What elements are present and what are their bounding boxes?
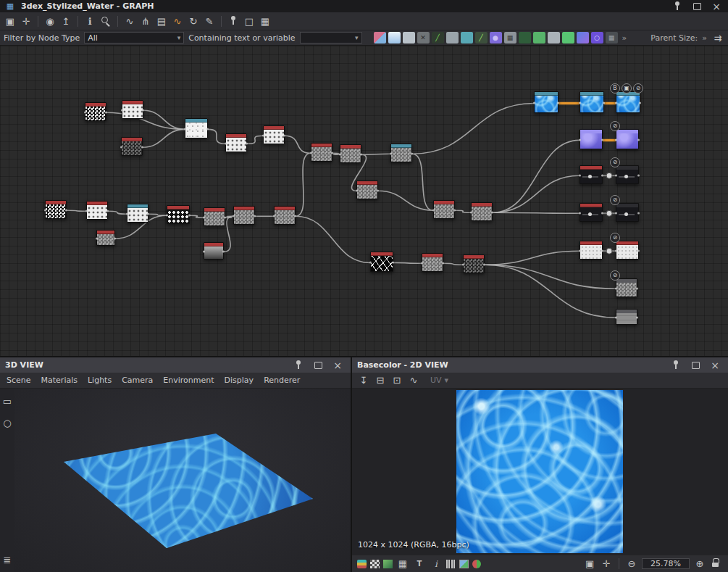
zoom-level[interactable]: 25.78% (642, 558, 690, 569)
graph-node-n20[interactable] (433, 200, 455, 219)
pattern-grid-filter-icon[interactable]: ▦ (606, 32, 618, 43)
instance-io-icon[interactable]: ⇉ (711, 31, 724, 44)
scene-tree-icon[interactable]: ≣ (1, 553, 14, 566)
graph-node-n12[interactable] (127, 204, 148, 223)
node-type-dropdown[interactable]: All ▾ (84, 32, 184, 43)
loop-icon[interactable]: ↻ (187, 14, 200, 28)
grid-snap-icon[interactable]: ▦ (259, 14, 272, 28)
menu-lights[interactable]: Lights (88, 376, 112, 385)
maximize-icon[interactable] (689, 359, 702, 372)
menu-camera[interactable]: Camera (122, 376, 153, 385)
vegetation-filter-icon[interactable] (519, 32, 531, 43)
display-settings-icon[interactable]: ▭ (1, 394, 14, 407)
info-icon[interactable]: i (430, 558, 443, 571)
preview-image-icon[interactable] (459, 560, 469, 568)
sharpen-filter-icon[interactable] (446, 32, 459, 43)
light-icon[interactable]: ○ (1, 416, 14, 429)
graph-node-n11[interactable] (86, 201, 108, 220)
duplicate-icon[interactable]: ⊡ (390, 374, 403, 387)
graph-node-n30[interactable] (580, 165, 603, 184)
node-output-badge[interactable]: ⊘ (610, 195, 620, 205)
text-variable-dropdown[interactable]: ▾ (300, 32, 362, 43)
uniform-color-filter-icon[interactable] (577, 32, 589, 43)
histogram-icon[interactable] (446, 560, 456, 568)
active-link-icon[interactable]: ∿ (171, 14, 184, 28)
pin-icon[interactable] (292, 359, 305, 372)
colorspace-icon[interactable] (472, 560, 481, 568)
link-output-icon[interactable]: ∿ (407, 374, 420, 387)
tiling-icon[interactable]: T (413, 558, 426, 571)
node-output-badge[interactable]: ⊘ (610, 121, 620, 131)
maximize-icon[interactable] (690, 0, 703, 13)
pan-2d-icon[interactable]: ✛ (600, 558, 613, 571)
graph-node-n15[interactable] (233, 206, 255, 225)
link-style-icon[interactable]: ∿ (123, 14, 136, 28)
fit-view-icon[interactable]: ▣ (583, 558, 596, 571)
screenshot-icon[interactable]: ◉ (43, 14, 57, 28)
lock-zoom-icon[interactable] (710, 558, 723, 571)
graph-node-n29[interactable] (616, 129, 639, 149)
vector-filter-icon[interactable] (388, 32, 401, 43)
channels-icon[interactable] (357, 560, 367, 568)
clouds-filter-icon[interactable] (548, 32, 560, 43)
material-preview-icon[interactable] (383, 560, 393, 568)
graph-node-n13[interactable] (167, 205, 190, 224)
menu-materials[interactable]: Materials (41, 376, 78, 385)
marquee-select-icon[interactable]: ▣ (4, 14, 17, 28)
align-panels-icon[interactable]: ▤ (155, 14, 168, 28)
export-icon[interactable]: ↥ (59, 14, 72, 28)
graph-node-n23[interactable] (422, 253, 443, 272)
view2d-canvas[interactable]: 1024 x 1024 (RGBA, 16bpc) (352, 389, 728, 555)
node-output-badge[interactable]: ⊘ (610, 157, 620, 167)
menu-renderer[interactable]: Renderer (264, 376, 300, 385)
graph-node-n6[interactable] (263, 125, 285, 144)
graph-node-n21[interactable] (471, 202, 493, 221)
split-link-icon[interactable]: ⋔ (139, 14, 152, 28)
curve-filter-icon[interactable]: ╱ (432, 32, 444, 43)
graph-node-n19[interactable] (356, 181, 378, 199)
graph-node-n25[interactable] (534, 91, 558, 113)
close-icon[interactable]: × (710, 0, 723, 13)
graph-node-n27[interactable] (616, 91, 640, 113)
zoom-in-icon[interactable]: ⊕ (693, 558, 706, 571)
graph-node-n33[interactable] (616, 203, 639, 222)
graph-node-n17[interactable] (96, 230, 115, 246)
blur-filter-icon[interactable] (403, 32, 415, 43)
shape-filter-icon[interactable]: ● (490, 32, 502, 43)
graph-node-n10[interactable] (45, 200, 67, 219)
maximize-icon[interactable] (311, 359, 325, 372)
slope-blur-filter-icon[interactable]: ╱ (475, 32, 488, 43)
view3d-viewport[interactable] (14, 389, 351, 572)
frame-all-icon[interactable]: □ (243, 14, 256, 28)
shuffle-filter-icon[interactable]: ✕ (417, 32, 430, 43)
uv-dropdown[interactable]: UV ▾ (430, 376, 448, 385)
graph-node-n4[interactable] (121, 137, 143, 156)
menu-display[interactable]: Display (225, 376, 254, 385)
search-icon[interactable] (99, 14, 112, 28)
graph-node-n1[interactable] (85, 102, 106, 121)
graph-node-n34[interactable] (580, 241, 603, 260)
close-icon[interactable]: × (331, 359, 344, 372)
graph-node-n8[interactable] (340, 144, 361, 163)
graph-node-n28[interactable] (580, 129, 603, 149)
pin-icon[interactable] (669, 359, 682, 372)
graph-node-n31[interactable] (616, 165, 639, 184)
gradient-filter-icon[interactable] (562, 32, 574, 43)
graph-node-n36[interactable] (616, 278, 637, 297)
graph-node-n32[interactable] (580, 203, 603, 222)
bitmap-filter-icon[interactable] (374, 32, 386, 43)
graph-node-n26[interactable] (580, 91, 604, 113)
pin-node-icon[interactable] (227, 14, 240, 28)
pen-icon[interactable]: ✎ (203, 14, 216, 28)
graph-node-n9[interactable] (390, 144, 412, 162)
scratches-filter-icon[interactable] (533, 32, 545, 43)
graph-node-n2[interactable] (122, 100, 143, 119)
menu-scene[interactable]: Scene (7, 376, 31, 385)
close-icon[interactable]: × (708, 359, 721, 372)
graph-node-n7[interactable] (311, 143, 332, 162)
graph-node-n3[interactable] (185, 118, 208, 138)
graph-node-n35[interactable] (616, 241, 639, 260)
node-output-badge[interactable]: B (610, 83, 620, 94)
graph-node-n5[interactable] (225, 133, 247, 152)
graph-node-n24[interactable] (463, 254, 485, 273)
